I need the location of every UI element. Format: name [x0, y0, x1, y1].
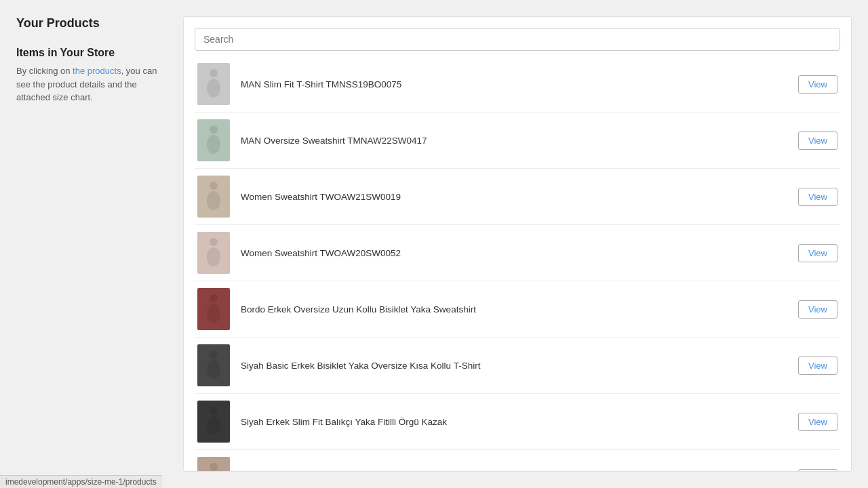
svg-point-2 [210, 125, 218, 134]
desc-text-before: By clicking on [16, 66, 73, 76]
svg-point-10 [210, 350, 218, 359]
view-button[interactable]: View [798, 131, 837, 150]
svg-point-4 [210, 182, 218, 190]
desc-link-text: the products [73, 66, 121, 76]
list-item: MAN Oversize Sweatshirt TMNAW22SW0417Vie… [195, 113, 840, 169]
svg-point-6 [210, 238, 218, 246]
svg-point-14 [210, 463, 218, 471]
product-name: Women Sweatshirt TWOAW21SW0019 [241, 192, 798, 202]
view-button[interactable]: View [798, 357, 837, 375]
view-button[interactable]: View [798, 244, 837, 262]
product-name: Women Sweatshirt TWOAW20SW0052 [241, 248, 798, 258]
product-name: MAN Oversize Sweatshirt TMNAW22SW0417 [241, 136, 798, 146]
svg-point-13 [207, 416, 220, 435]
product-list: MAN Slim Fit T-Shirt TMNSS19BO0075View M… [195, 56, 840, 472]
product-thumbnail [197, 119, 230, 161]
svg-point-8 [210, 294, 218, 302]
product-thumbnail [197, 401, 230, 443]
search-input[interactable] [195, 28, 840, 51]
list-item: Siyah Erkek Slim Fit Balıkçı Yaka Fitill… [195, 394, 840, 450]
product-thumbnail [197, 344, 230, 386]
list-item: Siyah Basic Erkek Bisiklet Yaka Oversize… [195, 338, 840, 394]
product-thumbnail [197, 232, 230, 274]
svg-point-7 [207, 247, 220, 266]
svg-point-0 [210, 69, 218, 77]
svg-point-5 [207, 191, 220, 210]
list-item: Bordo Erkek Oversize Uzun Kollu Bisiklet… [195, 281, 840, 338]
list-item: Women Sweatshirt TWOAW21SW0019View [195, 169, 840, 225]
svg-point-1 [207, 79, 220, 98]
product-thumbnail [197, 176, 230, 218]
list-item: Bordo Erkek Oduncu Regular GömlekView [195, 450, 840, 472]
view-button[interactable]: View [798, 469, 837, 472]
svg-point-3 [207, 135, 220, 154]
view-button[interactable]: View [798, 75, 837, 94]
product-thumbnail [197, 63, 230, 105]
status-bar: imedevelopment/apps/size-me-1/products [0, 475, 162, 488]
list-item: MAN Slim Fit T-Shirt TMNSS19BO0075View [195, 56, 840, 113]
product-thumbnail [197, 288, 230, 330]
svg-point-9 [207, 304, 220, 323]
view-button[interactable]: View [798, 413, 837, 431]
product-name: Siyah Erkek Slim Fit Balıkçı Yaka Fitill… [241, 417, 798, 427]
sidebar: Your Products Items in Your Store By cli… [0, 16, 183, 488]
svg-point-11 [207, 360, 220, 379]
view-button[interactable]: View [798, 300, 837, 319]
view-button[interactable]: View [798, 188, 837, 206]
product-thumbnail [197, 457, 230, 472]
search-container [195, 28, 840, 51]
product-panel: MAN Slim Fit T-Shirt TMNSS19BO0075View M… [183, 16, 852, 472]
list-item: Women Sweatshirt TWOAW20SW0052View [195, 225, 840, 281]
product-name: Bordo Erkek Oversize Uzun Kollu Bisiklet… [241, 304, 798, 314]
page-title: Your Products [16, 16, 167, 30]
status-url: imedevelopment/apps/size-me-1/products [5, 477, 157, 487]
product-name: MAN Slim Fit T-Shirt TMNSS19BO0075 [241, 79, 798, 89]
svg-point-12 [210, 407, 218, 415]
section-title: Items in Your Store [16, 47, 167, 59]
product-name: Siyah Basic Erkek Bisiklet Yaka Oversize… [241, 361, 798, 371]
section-description: By clicking on the products, you can see… [16, 64, 167, 104]
